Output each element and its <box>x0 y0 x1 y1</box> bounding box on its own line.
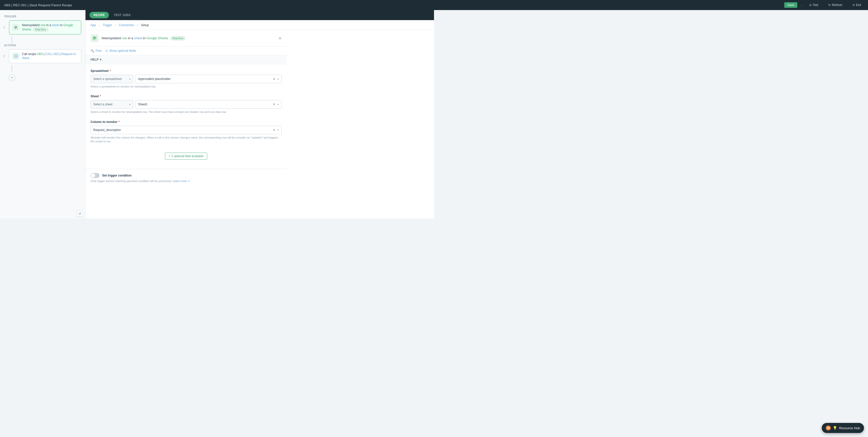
chevron-down-icon: ▾ <box>100 58 101 61</box>
spreadsheet-required-star: * <box>110 69 111 73</box>
canvas-panel: TRIGGER 1 New/updated row in a sheet in … <box>0 10 86 218</box>
zoom-in-btn[interactable]: + <box>77 217 83 218</box>
canvas-controls: ↺ + − ⊞ <box>77 211 83 218</box>
tabs-bar: RECIPE TEST JOBS <box>86 10 434 20</box>
nav-arrow-3: → <box>136 24 139 27</box>
spreadsheet-value-input[interactable]: Approvalbot placeholder ✕ ▾ <box>135 75 282 83</box>
sheet-value-input[interactable]: Sheet1 ✕ ▾ <box>135 100 282 108</box>
nav-connection[interactable]: Connection <box>119 23 134 27</box>
spreadsheet-select-caret: ▾ <box>129 78 130 81</box>
sheet-input-caret: ▾ <box>278 103 279 106</box>
step1-number: 1 <box>3 26 5 29</box>
help-section: HELP ▾ <box>86 55 287 64</box>
nav-trigger[interactable]: Trigger <box>102 23 112 27</box>
optional-field-button[interactable]: + 1 optional field available <box>165 153 207 160</box>
step2-text: Call recipe ABS | CALL-002 | Request to … <box>22 52 78 61</box>
setup-content: New/updated row in a sheet in Google She… <box>86 30 287 187</box>
setup-header-app-icon <box>91 34 99 42</box>
nav-app[interactable]: App <box>91 23 96 27</box>
column-required-star: * <box>118 120 120 124</box>
spreadsheet-clear-btn[interactable]: ✕ <box>273 77 276 81</box>
optional-fields-icon: ⊙ <box>105 49 108 53</box>
setup-nav: App → Trigger → Connection → Setup <box>86 20 434 30</box>
reset-view-btn[interactable]: ↺ <box>77 211 83 217</box>
nav-arrow-2: → <box>114 24 117 27</box>
step1-node[interactable]: New/updated row in a sheet in Google She… <box>9 20 81 34</box>
sheet-field-row: Select a sheet ▾ Sheet1 ✕ ▾ <box>91 100 282 108</box>
sheet-clear-btn[interactable]: ✕ <box>273 102 276 106</box>
main-layout: TRIGGER 1 New/updated row in a sheet in … <box>0 10 434 218</box>
spreadsheet-field-row: Select a spreadsheet ▾ Approvalbot place… <box>91 75 282 83</box>
step1-icon <box>12 24 19 31</box>
tab-recipe[interactable]: RECIPE <box>90 12 109 18</box>
add-step-button[interactable]: + <box>8 74 16 81</box>
spreadsheet-field-group: Spreadsheet * Select a spreadsheet ▾ App… <box>91 69 282 89</box>
form-section: Spreadsheet * Select a spreadsheet ▾ App… <box>86 64 287 169</box>
learn-more-link[interactable]: Learn more ↗ <box>173 180 190 183</box>
sheet-label: Sheet * <box>91 95 282 98</box>
column-hint: Workato will monitor this column for cha… <box>91 136 282 144</box>
column-input-caret: ▾ <box>278 128 279 131</box>
find-button[interactable]: 🔍 Find <box>91 49 101 53</box>
trigger-section-label: TRIGGER <box>4 15 81 18</box>
setup-header: New/updated row in a sheet in Google She… <box>86 30 287 46</box>
sheet-field-group: Sheet * Select a sheet ▾ Sheet1 ✕ ▾ <box>91 95 282 114</box>
right-panel: RECIPE TEST JOBS App → Trigger → Connect… <box>86 10 434 218</box>
external-link-icon: ↗ <box>188 180 190 183</box>
connector-1 <box>11 36 12 43</box>
trigger-condition-hint: Only trigger events matching specified c… <box>91 180 282 183</box>
column-label: Column to monitor * <box>91 120 282 124</box>
spreadsheet-input-caret: ▾ <box>278 78 279 81</box>
trigger-condition-label: Set trigger condition <box>102 174 131 177</box>
trigger-condition-row: Set trigger condition <box>91 173 282 178</box>
sheet-select-caret: ▾ <box>129 103 130 106</box>
realtime-badge-header: Real-time <box>170 36 185 40</box>
column-value-input[interactable]: Request_description ✕ ▾ <box>91 126 282 134</box>
sheet-required-star: * <box>100 95 101 98</box>
nav-arrow-1: → <box>98 24 100 27</box>
column-field-group: Column to monitor * Request_description … <box>91 120 282 144</box>
header-title: ABS | REC-001 | Slack Request Parent Rec… <box>4 3 72 7</box>
setup-header-title-text: New/updated row in a sheet in Google She… <box>101 36 185 40</box>
realtime-badge: Real-time <box>33 28 48 31</box>
step2-node[interactable]: Call recipe ABS | CALL-002 | Request to … <box>9 49 81 63</box>
trigger-condition-section: Set trigger condition Only trigger event… <box>86 169 287 187</box>
column-clear-btn[interactable]: ✕ <box>273 128 276 132</box>
step1-text: New/updated row in a sheet in Google She… <box>22 23 78 32</box>
spreadsheet-label: Spreadsheet * <box>91 69 282 73</box>
actions-section-label: ACTIONS <box>4 44 81 47</box>
show-optional-fields-button[interactable]: ⊙ Show optional fields <box>105 49 136 53</box>
help-toggle-button[interactable]: HELP ▾ <box>91 58 101 61</box>
toggle-knob <box>91 174 95 178</box>
find-icon: 🔍 <box>91 49 94 53</box>
tab-test-jobs[interactable]: TEST JOBS <box>110 12 135 18</box>
spreadsheet-select[interactable]: Select a spreadsheet ▾ <box>91 75 133 83</box>
setup-toolbar: 🔍 Find ⊙ Show optional fields <box>86 46 287 55</box>
step2-number: 2 <box>3 55 5 58</box>
step2-icon <box>12 53 19 60</box>
spreadsheet-hint: Select a spreadsheet to monitor for new/… <box>91 85 282 89</box>
setup-header-left: New/updated row in a sheet in Google She… <box>91 34 185 42</box>
nav-setup[interactable]: Setup <box>141 23 149 27</box>
setup-close-button[interactable]: ✕ <box>278 36 282 41</box>
top-header: ABS | REC-001 | Slack Request Parent Rec… <box>0 0 434 10</box>
sheet-select[interactable]: Select a sheet ▾ <box>91 100 133 108</box>
connector-2 <box>11 65 12 72</box>
trigger-condition-toggle[interactable] <box>91 173 100 178</box>
sheet-hint: Select a sheet to monitor for new/update… <box>91 110 282 114</box>
